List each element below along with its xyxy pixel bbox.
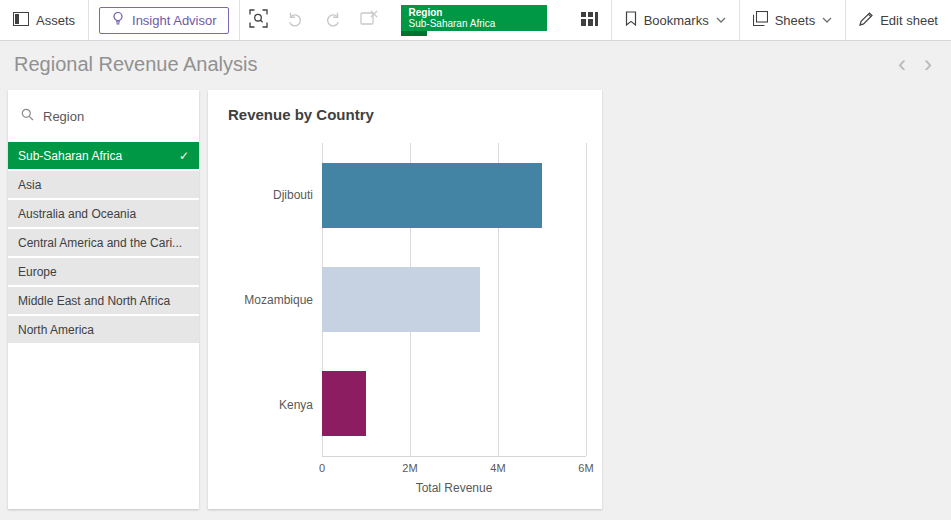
filter-item-sub-saharan-africa[interactable]: Sub-Saharan Africa ✓ (8, 142, 199, 169)
sheets-icon (753, 11, 768, 29)
chevron-down-icon (716, 17, 726, 23)
previous-sheet-chevron[interactable]: ‹ (889, 52, 915, 76)
sheets-button[interactable]: Sheets (740, 0, 845, 40)
bar-row (322, 143, 586, 247)
selection-indicator-bar (401, 31, 427, 36)
pencil-icon (859, 12, 873, 29)
app-navigation-button[interactable] (568, 0, 611, 40)
filter-pane-region: Region Sub-Saharan Africa ✓ Asia Austral… (8, 90, 199, 509)
insight-advisor-button[interactable]: Insight Advisor (99, 7, 229, 34)
y-axis-labels: DjiboutiMozambiqueKenya (220, 143, 322, 457)
filter-item-label: Europe (18, 265, 57, 279)
check-icon: ✓ (179, 149, 189, 163)
step-forward-button[interactable] (314, 0, 351, 40)
sheet-title: Regional Revenue Analysis (14, 53, 889, 76)
filter-item-label: Central America and the Cari... (18, 236, 182, 250)
toolbar-divider (88, 0, 89, 40)
clear-selections-button[interactable] (351, 0, 387, 40)
search-icon (21, 108, 34, 124)
top-toolbar: Assets Insight Advisor Region Sub-Sahara… (0, 0, 951, 41)
category-label: Mozambique (220, 248, 322, 353)
filter-item-label: Australia and Oceania (18, 207, 136, 221)
lightbulb-icon (111, 11, 125, 29)
step-back-icon (286, 10, 305, 30)
x-axis-title: Total Revenue (322, 481, 586, 495)
bookmarks-label: Bookmarks (644, 13, 709, 28)
category-label: Kenya (220, 352, 322, 457)
filter-item-label: Middle East and North Africa (18, 294, 170, 308)
filter-item-label: North America (18, 323, 94, 337)
bookmark-icon (625, 11, 637, 29)
filter-pane-header[interactable]: Region (8, 90, 199, 142)
search-icon (249, 9, 268, 31)
step-back-button[interactable] (277, 0, 314, 40)
edit-sheet-button[interactable]: Edit sheet (846, 0, 951, 40)
bars-layer (322, 143, 586, 456)
x-tick-label: 4M (490, 462, 505, 474)
clear-selections-icon (360, 10, 378, 30)
plot-area (322, 143, 586, 457)
x-tick-label: 6M (578, 462, 593, 474)
filter-item-australia-and-oceania[interactable]: Australia and Oceania (8, 200, 199, 227)
bar-djibouti[interactable] (322, 163, 542, 228)
filter-list: Sub-Saharan Africa ✓ Asia Australia and … (8, 142, 199, 343)
bar-row (322, 247, 586, 351)
next-sheet-chevron[interactable]: › (915, 52, 941, 76)
x-tick-label: 0 (319, 462, 325, 474)
selection-field: Region (409, 7, 539, 18)
chevron-down-icon (822, 17, 832, 23)
sheet-content: Region Sub-Saharan Africa ✓ Asia Austral… (0, 87, 951, 512)
filter-item-label: Sub-Saharan Africa (18, 149, 122, 163)
gridline (586, 143, 587, 456)
edit-sheet-label: Edit sheet (880, 13, 938, 28)
sheet-header: Regional Revenue Analysis ‹ › (0, 41, 951, 87)
filter-item-central-america[interactable]: Central America and the Cari... (8, 229, 199, 256)
bar-row (322, 352, 586, 456)
filter-pane-title: Region (43, 109, 84, 124)
bar-chart-plot: DjiboutiMozambiqueKenya (220, 143, 586, 457)
sheets-label: Sheets (775, 13, 815, 28)
bar-mozambique[interactable] (322, 267, 480, 332)
assets-panel-icon (13, 12, 29, 29)
filter-item-asia[interactable]: Asia (8, 171, 199, 198)
filter-item-middle-east-and-north-africa[interactable]: Middle East and North Africa (8, 287, 199, 314)
filter-item-north-america[interactable]: North America (8, 316, 199, 343)
bar-kenya[interactable] (322, 371, 366, 436)
current-selection-chip[interactable]: Region Sub-Saharan Africa (401, 5, 547, 31)
assets-button[interactable]: Assets (0, 0, 88, 40)
selection-value: Sub-Saharan Africa (409, 18, 539, 29)
step-forward-icon (323, 10, 342, 30)
category-label: Djibouti (220, 143, 322, 248)
bookmarks-button[interactable]: Bookmarks (612, 0, 739, 40)
assets-label: Assets (36, 13, 75, 28)
chart-title: Revenue by Country (228, 106, 586, 123)
x-axis: 02M4M6M (322, 457, 586, 477)
filter-item-label: Asia (18, 178, 41, 192)
grid-icon (581, 12, 598, 29)
filter-item-europe[interactable]: Europe (8, 258, 199, 285)
x-tick-label: 2M (402, 462, 417, 474)
smart-search-button[interactable] (240, 0, 277, 40)
insight-advisor-label: Insight Advisor (132, 13, 217, 28)
chart-revenue-by-country: Revenue by Country DjiboutiMozambiqueKen… (208, 90, 602, 509)
toolbar-right-group: Bookmarks Sheets Edit sheet (568, 0, 951, 40)
